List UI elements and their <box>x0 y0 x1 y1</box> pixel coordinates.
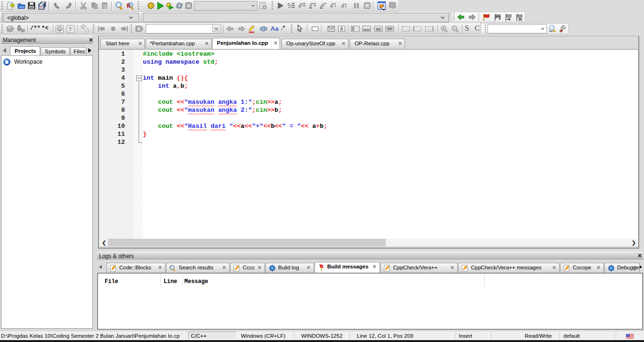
svg-text:A: A <box>340 26 343 32</box>
svg-text:?: ? <box>69 26 72 33</box>
svg-text:R: R <box>127 3 131 8</box>
